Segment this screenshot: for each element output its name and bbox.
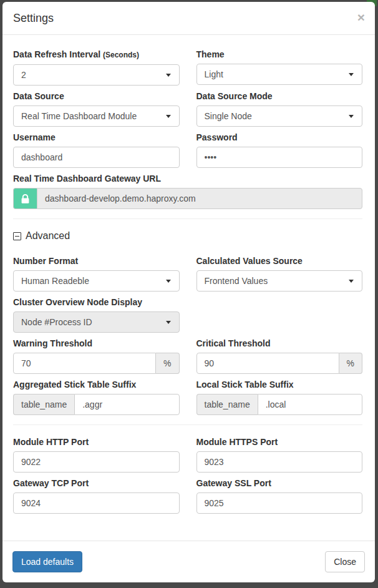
modal-body: Data Refresh Interval (Seconds) 2 Theme … [2,35,375,541]
warning-threshold-input[interactable] [13,353,156,374]
section-divider [13,218,362,219]
percent-addon: % [339,353,362,374]
gateway-url-input [37,188,362,209]
aggregated-suffix-group: Aggregated Stick Table Suffix table_name [13,379,180,415]
calculated-values-source-group: Calculated Values Source Frontend Values [196,255,363,292]
password-group: Password [196,132,363,168]
aggregated-suffix-label: Aggregated Stick Table Suffix [13,379,180,390]
data-source-select[interactable]: Real Time Dashboard Module [13,105,180,127]
number-format-label: Number Format [13,255,180,267]
number-format-select[interactable]: Human Readeble [13,270,180,292]
caret-down-icon [349,73,354,76]
data-source-group: Data Source Real Time Dashboard Module [13,91,180,127]
password-label: Password [196,132,363,143]
modal-footer: Load defaults Close [2,541,375,582]
close-button[interactable]: Close [325,551,365,572]
gateway-ssl-port-group: Gateway SSL Port [196,478,363,514]
critical-threshold-label: Critical Threshold [196,338,363,349]
number-format-group: Number Format Human Readeble [13,255,180,292]
advanced-toggle[interactable]: Advanced [13,230,70,242]
module-http-port-label: Module HTTP Port [13,436,180,448]
theme-label: Theme [196,49,363,60]
caret-down-icon [166,321,171,324]
load-defaults-button[interactable]: Load defaults [12,551,82,572]
data-source-mode-group: Data Source Mode Single Node [196,91,363,127]
lock-addon [13,188,37,209]
module-http-port-group: Module HTTP Port [13,436,180,473]
critical-threshold-input[interactable] [196,353,339,374]
gateway-tcp-port-group: Gateway TCP Port [13,478,180,514]
data-source-mode-label: Data Source Mode [196,91,363,102]
module-https-port-label: Module HTTPS Port [196,436,363,448]
refresh-interval-label: Data Refresh Interval (Seconds) [13,49,180,61]
table-name-addon: table_name [196,394,258,415]
percent-addon: % [156,353,179,374]
aggregated-suffix-input[interactable] [74,394,179,415]
modal-header: Settings × [2,2,375,35]
gateway-ssl-port-input[interactable] [196,492,363,514]
warning-threshold-label: Warning Threshold [13,338,180,349]
caret-down-icon [166,74,171,77]
cluster-overview-node-display-label: Cluster Overview Node Display [13,296,180,308]
section-divider [13,424,362,425]
username-input[interactable] [13,147,180,168]
data-source-mode-select[interactable]: Single Node [196,105,363,127]
username-group: Username [13,132,180,168]
critical-threshold-group: Critical Threshold % [196,338,363,374]
password-input[interactable] [196,147,363,168]
gateway-url-group: Real Time Dashboard Gateway URL [13,173,362,209]
refresh-interval-select[interactable]: 2 [13,64,180,86]
local-suffix-label: Local Stick Table Suffix [196,379,363,390]
local-suffix-group: Local Stick Table Suffix table_name [196,379,363,415]
calculated-values-source-select[interactable]: Frontend Values [196,270,363,292]
cluster-overview-node-display-group: Cluster Overview Node Display Node #Proc… [13,296,180,333]
warning-threshold-group: Warning Threshold % [13,338,180,374]
table-name-addon: table_name [13,394,74,415]
caret-down-icon [349,115,354,118]
module-http-port-input[interactable] [13,451,180,473]
gateway-ssl-port-label: Gateway SSL Port [196,478,363,489]
cluster-overview-node-display-select: Node #Process ID [13,311,180,333]
close-icon[interactable]: × [357,11,365,24]
settings-modal: Settings × Data Refresh Interval (Second… [2,2,375,582]
theme-group: Theme Light [196,49,363,86]
local-suffix-input[interactable] [258,394,362,415]
data-source-label: Data Source [13,91,180,102]
username-label: Username [13,132,180,143]
refresh-interval-unit-note: (Seconds) [103,51,139,59]
module-https-port-group: Module HTTPS Port [196,436,363,473]
caret-down-icon [166,280,171,283]
calculated-values-source-label: Calculated Values Source [196,255,363,267]
gateway-tcp-port-input[interactable] [13,492,180,514]
modal-title: Settings [13,11,54,26]
advanced-toggle-label: Advanced [26,230,70,242]
gateway-url-label: Real Time Dashboard Gateway URL [13,173,362,184]
caret-down-icon [166,115,171,118]
gateway-tcp-port-label: Gateway TCP Port [13,478,180,489]
theme-select[interactable]: Light [196,64,363,85]
lock-icon [21,194,30,204]
caret-down-icon [349,280,354,283]
refresh-interval-group: Data Refresh Interval (Seconds) 2 [13,49,180,86]
collapse-minus-icon [13,232,21,240]
module-https-port-input[interactable] [196,451,363,473]
